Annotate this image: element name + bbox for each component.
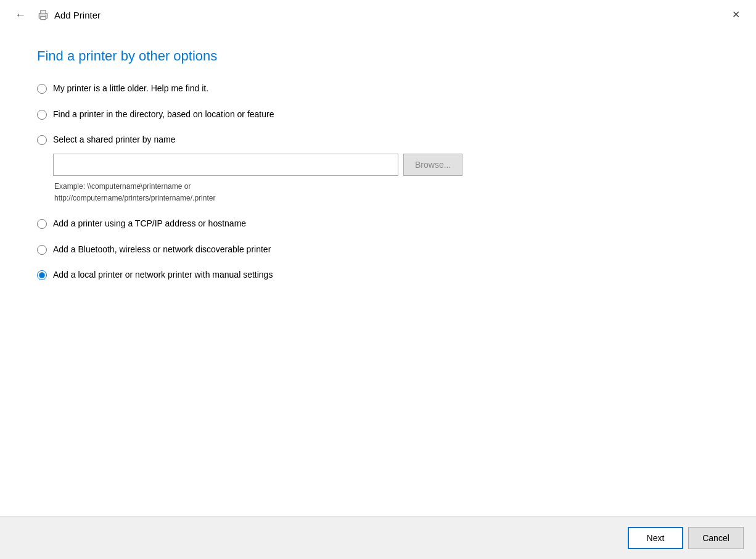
radio-option-4[interactable]	[37, 219, 47, 229]
next-button[interactable]: Next	[628, 527, 683, 549]
example-text: Example: \\computername\printername or h…	[54, 181, 719, 204]
option-3-label: Select a shared printer by name	[53, 134, 175, 146]
option-3[interactable]: Select a shared printer by name	[37, 134, 719, 146]
page-heading: Find a printer by other options	[37, 48, 719, 64]
close-button[interactable]: ✕	[726, 7, 746, 22]
option-1-label: My printer is a little older. Help me fi…	[53, 83, 208, 95]
radio-option-6[interactable]	[37, 270, 47, 280]
radio-option-2[interactable]	[37, 110, 47, 120]
radio-option-5[interactable]	[37, 245, 47, 255]
svg-rect-1	[41, 10, 46, 14]
svg-rect-2	[41, 17, 46, 20]
title-bar-left: ← Add Printer	[10, 7, 101, 23]
svg-point-3	[45, 15, 46, 16]
example-line-1: Example: \\computername\printername or	[54, 182, 191, 191]
option-1[interactable]: My printer is a little older. Help me fi…	[37, 83, 719, 95]
option-5[interactable]: Add a Bluetooth, wireless or network dis…	[37, 244, 719, 256]
option-6[interactable]: Add a local printer or network printer w…	[37, 269, 719, 281]
radio-option-3[interactable]	[37, 135, 47, 145]
option-4[interactable]: Add a printer using a TCP/IP address or …	[37, 218, 719, 230]
option-4-label: Add a printer using a TCP/IP address or …	[53, 218, 246, 230]
main-content: Find a printer by other options My print…	[0, 30, 756, 516]
title-bar: ← Add Printer ✕	[0, 0, 756, 30]
dialog-title: Add Printer	[54, 10, 101, 20]
example-line-2: http://computername/printers/printername…	[54, 194, 215, 202]
option-6-label: Add a local printer or network printer w…	[53, 269, 273, 281]
back-button[interactable]: ←	[10, 7, 31, 23]
shared-printer-section: Browse... Example: \\computername\printe…	[53, 154, 719, 204]
radio-option-1[interactable]	[37, 84, 47, 94]
browse-button[interactable]: Browse...	[403, 154, 462, 176]
options-list: My printer is a little older. Help me fi…	[37, 83, 719, 295]
shared-printer-input-row: Browse...	[53, 154, 719, 176]
title-area: Add Printer	[37, 9, 101, 21]
footer: Next Cancel	[0, 516, 756, 559]
option-2[interactable]: Find a printer in the directory, based o…	[37, 109, 719, 121]
option-2-label: Find a printer in the directory, based o…	[53, 109, 274, 121]
shared-printer-input[interactable]	[53, 154, 398, 176]
printer-icon	[37, 9, 49, 21]
cancel-button[interactable]: Cancel	[688, 527, 744, 549]
option-5-label: Add a Bluetooth, wireless or network dis…	[53, 244, 271, 256]
